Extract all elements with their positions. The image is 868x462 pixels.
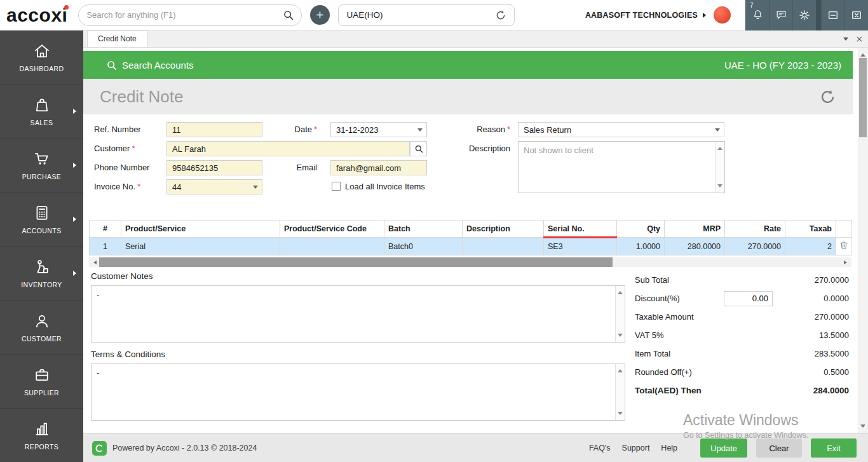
summary-label: Discount(%) <box>635 294 680 303</box>
date-picker[interactable]: 31-12-2023 <box>330 122 427 137</box>
branch-refresh-icon[interactable] <box>495 10 506 21</box>
faqs-link[interactable]: FAQ's <box>589 444 611 452</box>
sidebar-item-label: INVENTORY <box>21 281 62 289</box>
col-header-mrp[interactable]: MRP <box>665 221 725 238</box>
summary-label: Total(AED) Then <box>635 386 702 395</box>
load-all-invoice-label: Load all Invoice Items <box>345 179 425 194</box>
tab-close-icon[interactable] <box>856 36 863 43</box>
scroll-up-icon[interactable] <box>860 51 865 57</box>
textarea-scrollbar[interactable] <box>615 364 625 420</box>
minimize-window-button[interactable] <box>821 0 844 31</box>
col-header-product[interactable]: Product/Service <box>121 221 280 238</box>
branch-selector[interactable]: UAE(HO) <box>338 4 515 26</box>
customer-notes-textarea[interactable]: - <box>91 285 625 343</box>
main-area: Credit Note Search Accounts UAE - HO (FY… <box>83 31 868 462</box>
messages-button[interactable] <box>769 0 792 31</box>
customer-input[interactable] <box>166 141 410 156</box>
textarea-scrollbar[interactable] <box>715 142 724 193</box>
table-horizontal-scrollbar <box>89 257 851 267</box>
submenu-arrow-icon <box>73 271 79 276</box>
ref-number-input[interactable] <box>166 122 262 137</box>
sidebar-item-supplier[interactable]: SUPPLIER <box>0 355 83 409</box>
customer-label: Customer <box>94 141 135 156</box>
summary-label: Item Total <box>635 349 670 358</box>
tab-credit-note[interactable]: Credit Note <box>87 31 147 47</box>
col-header-description[interactable]: Description <box>463 221 544 238</box>
discount-input[interactable] <box>724 291 773 306</box>
summary-row-vat: VAT 5% 13.5000 <box>632 326 851 344</box>
delete-row-icon[interactable] <box>839 240 849 250</box>
summary-row-item-total: Item Total 283.5000 <box>632 344 851 363</box>
refresh-button[interactable] <box>819 88 836 105</box>
textarea-scrollbar[interactable] <box>615 286 625 342</box>
help-link[interactable]: Help <box>661 444 677 452</box>
close-window-button[interactable] <box>844 0 868 31</box>
scroll-up-icon[interactable] <box>717 144 722 150</box>
notifications-button[interactable]: 7 <box>745 0 769 31</box>
sidebar-item-dashboard[interactable]: DASHBOARD <box>0 31 83 85</box>
app-window: accoxi UAE(HO) AABASOFT TECHNOLOGIES <box>0 0 868 462</box>
col-header-taxable[interactable]: Taxab <box>785 221 836 238</box>
sidebar-item-label: ACCOUNTS <box>22 227 61 234</box>
terms-textarea[interactable]: - <box>91 363 625 421</box>
invoice-number-select[interactable]: 44 <box>166 179 262 194</box>
sidebar-item-purchase[interactable]: PURCHASE <box>0 139 83 193</box>
sidebar-item-label: SALES <box>31 119 53 126</box>
summary-value: 270.0000 <box>773 275 849 285</box>
scroll-up-icon[interactable] <box>618 289 623 294</box>
table-header-row: # Product/Service Product/Service Code B… <box>90 221 852 238</box>
quick-add-button[interactable] <box>310 5 330 25</box>
col-header-num[interactable]: # <box>90 221 121 238</box>
sidebar-item-sales[interactable]: SALES <box>0 85 83 139</box>
scroll-left-icon[interactable] <box>89 257 99 267</box>
search-icon[interactable] <box>283 10 294 20</box>
settings-button[interactable] <box>792 0 816 31</box>
horizontal-scroll-thumb[interactable] <box>99 257 613 267</box>
col-header-batch[interactable]: Batch <box>384 221 463 238</box>
sidebar-item-inventory[interactable]: INVENTORY <box>0 247 83 301</box>
exit-button[interactable]: Exit <box>811 438 857 458</box>
activate-windows-watermark-sub: Go to Settings to activate Windows. <box>683 431 808 440</box>
user-avatar[interactable] <box>714 6 731 24</box>
tab-list-dropdown-icon[interactable] <box>843 37 848 43</box>
gear-icon <box>798 9 811 22</box>
scroll-down-icon[interactable] <box>618 334 623 339</box>
table-row[interactable]: 1 Serial Batch0 SE3 1.0000 280.0000 270.… <box>90 238 852 255</box>
line-items-table: # Product/Service Product/Service Code B… <box>89 220 851 255</box>
icon-strip-divider <box>816 0 821 31</box>
summary-label: VAT 5% <box>635 330 664 340</box>
scroll-down-icon[interactable] <box>618 412 623 418</box>
summary-row-taxable: Taxable Amount 270.0000 <box>632 308 851 326</box>
col-header-product-code[interactable]: Product/Service Code <box>280 221 384 238</box>
sidebar-item-reports[interactable]: REPORTS <box>0 409 83 462</box>
col-header-rate[interactable]: Rate <box>725 221 785 238</box>
load-all-invoice-checkbox[interactable] <box>332 182 341 191</box>
scroll-right-icon[interactable] <box>841 257 851 267</box>
bell-icon <box>752 9 764 21</box>
submenu-arrow-icon <box>73 217 79 222</box>
page-header: Credit Note <box>83 79 853 114</box>
col-header-serial[interactable]: Serial No. <box>544 221 617 238</box>
reason-select[interactable]: Sales Return <box>518 122 724 137</box>
support-link[interactable]: Support <box>622 444 650 452</box>
clear-button[interactable]: Clear <box>756 438 802 458</box>
submenu-arrow-icon <box>73 109 79 114</box>
sidebar-item-accounts[interactable]: ACCOUNTS <box>0 193 83 247</box>
scroll-down-icon[interactable] <box>717 184 722 190</box>
col-header-qty[interactable]: Qty <box>617 221 665 238</box>
customer-search-button[interactable] <box>410 141 427 156</box>
summary-row-grand-total: Total(AED) Then 284.0000 <box>632 381 851 400</box>
scroll-up-icon[interactable] <box>618 367 623 372</box>
description-textarea[interactable]: Not shown to client <box>518 141 725 193</box>
global-search-input[interactable] <box>86 10 283 20</box>
update-button[interactable]: Update <box>700 438 747 458</box>
phone-input[interactable] <box>166 160 262 175</box>
scroll-down-icon[interactable] <box>860 425 865 430</box>
vertical-scroll-thumb[interactable] <box>859 58 867 137</box>
search-accounts-button[interactable]: Search Accounts <box>122 60 194 71</box>
summary-row-rounded-off: Rounded Off(+) 0.5000 <box>632 363 851 381</box>
company-menu[interactable]: AABASOFT TECHNOLOGIES <box>585 6 731 24</box>
sidebar-item-customer[interactable]: CUSTOMER <box>0 301 83 355</box>
email-input[interactable] <box>330 160 427 175</box>
phone-label: Phone Number <box>94 160 149 175</box>
